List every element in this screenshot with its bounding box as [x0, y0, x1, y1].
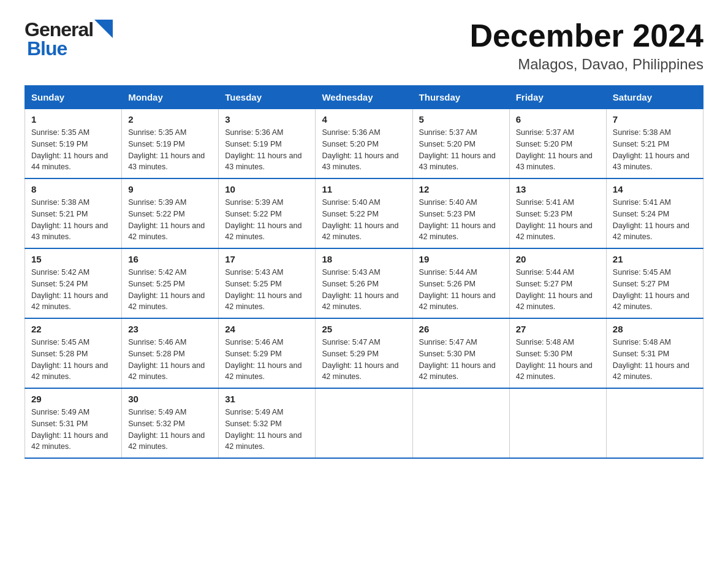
empty-cell: [412, 388, 509, 458]
empty-cell: [606, 388, 703, 458]
day-number: 27: [516, 324, 600, 334]
day-cell-11: 11Sunrise: 5:40 AMSunset: 5:22 PMDayligh…: [316, 178, 412, 248]
day-cell-13: 13Sunrise: 5:41 AMSunset: 5:23 PMDayligh…: [509, 178, 606, 248]
weekday-header-thursday: Thursday: [412, 86, 509, 109]
day-cell-24: 24Sunrise: 5:46 AMSunset: 5:29 PMDayligh…: [219, 318, 316, 388]
day-info: Sunrise: 5:44 AMSunset: 5:26 PMDaylight:…: [419, 267, 503, 313]
day-info: Sunrise: 5:36 AMSunset: 5:20 PMDaylight:…: [322, 127, 406, 173]
day-info: Sunrise: 5:39 AMSunset: 5:22 PMDaylight:…: [128, 197, 212, 243]
day-info: Sunrise: 5:36 AMSunset: 5:19 PMDaylight:…: [225, 127, 309, 173]
day-info: Sunrise: 5:47 AMSunset: 5:29 PMDaylight:…: [322, 337, 406, 383]
day-cell-31: 31Sunrise: 5:49 AMSunset: 5:32 PMDayligh…: [219, 388, 316, 458]
week-row-1: 1Sunrise: 5:35 AMSunset: 5:19 PMDaylight…: [25, 109, 703, 179]
day-cell-23: 23Sunrise: 5:46 AMSunset: 5:28 PMDayligh…: [122, 318, 219, 388]
day-number: 9: [128, 184, 212, 194]
day-info: Sunrise: 5:35 AMSunset: 5:19 PMDaylight:…: [128, 127, 212, 173]
week-row-4: 22Sunrise: 5:45 AMSunset: 5:28 PMDayligh…: [25, 318, 703, 388]
day-number: 25: [322, 324, 406, 334]
empty-cell: [316, 388, 412, 458]
day-info: Sunrise: 5:45 AMSunset: 5:28 PMDaylight:…: [31, 337, 115, 383]
day-info: Sunrise: 5:41 AMSunset: 5:23 PMDaylight:…: [516, 197, 600, 243]
day-number: 15: [31, 254, 115, 264]
weekday-header-wednesday: Wednesday: [316, 86, 412, 109]
day-number: 11: [322, 184, 406, 194]
day-number: 10: [225, 184, 309, 194]
day-info: Sunrise: 5:48 AMSunset: 5:30 PMDaylight:…: [516, 337, 600, 383]
day-info: Sunrise: 5:49 AMSunset: 5:32 PMDaylight:…: [225, 407, 309, 453]
day-number: 28: [613, 324, 697, 334]
day-info: Sunrise: 5:39 AMSunset: 5:22 PMDaylight:…: [225, 197, 309, 243]
day-cell-6: 6Sunrise: 5:37 AMSunset: 5:20 PMDaylight…: [509, 109, 606, 179]
week-row-5: 29Sunrise: 5:49 AMSunset: 5:31 PMDayligh…: [25, 388, 703, 458]
day-number: 31: [225, 394, 309, 404]
day-cell-12: 12Sunrise: 5:40 AMSunset: 5:23 PMDayligh…: [412, 178, 509, 248]
day-cell-28: 28Sunrise: 5:48 AMSunset: 5:31 PMDayligh…: [606, 318, 703, 388]
day-number: 6: [516, 114, 600, 124]
day-cell-29: 29Sunrise: 5:49 AMSunset: 5:31 PMDayligh…: [25, 388, 122, 458]
day-cell-18: 18Sunrise: 5:43 AMSunset: 5:26 PMDayligh…: [316, 248, 412, 318]
day-number: 1: [31, 114, 115, 124]
day-number: 5: [419, 114, 503, 124]
day-number: 3: [225, 114, 309, 124]
svg-marker-0: [94, 20, 113, 38]
weekday-header-saturday: Saturday: [606, 86, 703, 109]
day-cell-9: 9Sunrise: 5:39 AMSunset: 5:22 PMDaylight…: [122, 178, 219, 248]
empty-cell: [509, 388, 606, 458]
day-number: 13: [516, 184, 600, 194]
day-info: Sunrise: 5:46 AMSunset: 5:29 PMDaylight:…: [225, 337, 309, 383]
week-row-3: 15Sunrise: 5:42 AMSunset: 5:24 PMDayligh…: [25, 248, 703, 318]
day-number: 29: [31, 394, 115, 404]
day-cell-2: 2Sunrise: 5:35 AMSunset: 5:19 PMDaylight…: [122, 109, 219, 179]
day-cell-27: 27Sunrise: 5:48 AMSunset: 5:30 PMDayligh…: [509, 318, 606, 388]
weekday-header-monday: Monday: [122, 86, 219, 109]
day-number: 22: [31, 324, 115, 334]
day-cell-17: 17Sunrise: 5:43 AMSunset: 5:25 PMDayligh…: [219, 248, 316, 318]
day-info: Sunrise: 5:38 AMSunset: 5:21 PMDaylight:…: [613, 127, 697, 173]
day-number: 7: [613, 114, 697, 124]
day-cell-7: 7Sunrise: 5:38 AMSunset: 5:21 PMDaylight…: [606, 109, 703, 179]
day-cell-30: 30Sunrise: 5:49 AMSunset: 5:32 PMDayligh…: [122, 388, 219, 458]
title-block: December 2024 Malagos, Davao, Philippine…: [469, 18, 703, 73]
day-info: Sunrise: 5:41 AMSunset: 5:24 PMDaylight:…: [613, 197, 697, 243]
day-number: 30: [128, 394, 212, 404]
day-cell-10: 10Sunrise: 5:39 AMSunset: 5:22 PMDayligh…: [219, 178, 316, 248]
day-info: Sunrise: 5:49 AMSunset: 5:31 PMDaylight:…: [31, 407, 115, 453]
day-number: 21: [613, 254, 697, 264]
day-info: Sunrise: 5:37 AMSunset: 5:20 PMDaylight:…: [419, 127, 503, 173]
day-number: 16: [128, 254, 212, 264]
day-cell-8: 8Sunrise: 5:38 AMSunset: 5:21 PMDaylight…: [25, 178, 122, 248]
day-cell-4: 4Sunrise: 5:36 AMSunset: 5:20 PMDaylight…: [316, 109, 412, 179]
calendar-subtitle: Malagos, Davao, Philippines: [469, 56, 703, 73]
day-info: Sunrise: 5:49 AMSunset: 5:32 PMDaylight:…: [128, 407, 212, 453]
day-number: 17: [225, 254, 309, 264]
logo: General Blue: [25, 18, 113, 60]
day-info: Sunrise: 5:40 AMSunset: 5:23 PMDaylight:…: [419, 197, 503, 243]
day-cell-5: 5Sunrise: 5:37 AMSunset: 5:20 PMDaylight…: [412, 109, 509, 179]
weekday-header-row: SundayMondayTuesdayWednesdayThursdayFrid…: [25, 86, 703, 109]
day-cell-19: 19Sunrise: 5:44 AMSunset: 5:26 PMDayligh…: [412, 248, 509, 318]
day-info: Sunrise: 5:38 AMSunset: 5:21 PMDaylight:…: [31, 197, 115, 243]
day-cell-22: 22Sunrise: 5:45 AMSunset: 5:28 PMDayligh…: [25, 318, 122, 388]
day-info: Sunrise: 5:44 AMSunset: 5:27 PMDaylight:…: [516, 267, 600, 313]
logo-blue-text: Blue: [27, 37, 67, 60]
day-cell-21: 21Sunrise: 5:45 AMSunset: 5:27 PMDayligh…: [606, 248, 703, 318]
week-row-2: 8Sunrise: 5:38 AMSunset: 5:21 PMDaylight…: [25, 178, 703, 248]
day-number: 26: [419, 324, 503, 334]
day-number: 18: [322, 254, 406, 264]
day-cell-26: 26Sunrise: 5:47 AMSunset: 5:30 PMDayligh…: [412, 318, 509, 388]
day-info: Sunrise: 5:43 AMSunset: 5:26 PMDaylight:…: [322, 267, 406, 313]
day-info: Sunrise: 5:42 AMSunset: 5:25 PMDaylight:…: [128, 267, 212, 313]
day-cell-3: 3Sunrise: 5:36 AMSunset: 5:19 PMDaylight…: [219, 109, 316, 179]
day-cell-20: 20Sunrise: 5:44 AMSunset: 5:27 PMDayligh…: [509, 248, 606, 318]
calendar-title: December 2024: [469, 18, 703, 53]
day-cell-25: 25Sunrise: 5:47 AMSunset: 5:29 PMDayligh…: [316, 318, 412, 388]
day-cell-15: 15Sunrise: 5:42 AMSunset: 5:24 PMDayligh…: [25, 248, 122, 318]
day-cell-14: 14Sunrise: 5:41 AMSunset: 5:24 PMDayligh…: [606, 178, 703, 248]
day-info: Sunrise: 5:37 AMSunset: 5:20 PMDaylight:…: [516, 127, 600, 173]
day-number: 2: [128, 114, 212, 124]
calendar-table: SundayMondayTuesdayWednesdayThursdayFrid…: [25, 85, 703, 459]
day-cell-16: 16Sunrise: 5:42 AMSunset: 5:25 PMDayligh…: [122, 248, 219, 318]
day-number: 12: [419, 184, 503, 194]
day-info: Sunrise: 5:46 AMSunset: 5:28 PMDaylight:…: [128, 337, 212, 383]
day-number: 19: [419, 254, 503, 264]
